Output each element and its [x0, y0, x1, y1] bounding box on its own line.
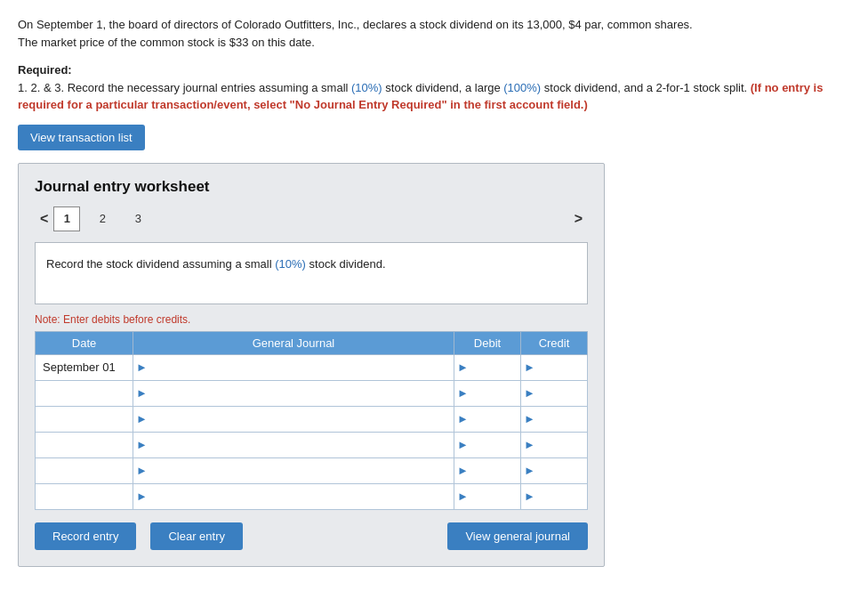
credit-input-2[interactable]	[538, 381, 587, 406]
credit-cell-4[interactable]: ►	[521, 432, 588, 457]
journal-input-5[interactable]	[150, 458, 454, 483]
journal-cell-6[interactable]: ►	[133, 483, 454, 509]
date-cell-1: September 01	[36, 354, 133, 380]
credit-input-1[interactable]	[538, 355, 587, 380]
tab-2[interactable]: 2	[89, 206, 116, 231]
credit-input-3[interactable]	[538, 407, 587, 432]
date-cell-2	[36, 380, 133, 406]
tab-1[interactable]: 1	[53, 206, 80, 231]
journal-table: Date General Journal Debit Credit Septem…	[35, 331, 588, 510]
header-general-journal: General Journal	[133, 331, 454, 354]
table-row: September 01 ► ► ►	[36, 354, 588, 380]
row4-arrow: ►	[133, 438, 150, 451]
problem-line2: The market price of the common stock is …	[18, 36, 315, 49]
tab-navigation: < 1 2 3 >	[35, 206, 588, 231]
credit-cell-1[interactable]: ►	[521, 354, 588, 380]
credit5-arrow: ►	[521, 464, 538, 477]
journal-input-4[interactable]	[150, 433, 454, 457]
instruction-text: Record the stock dividend assuming a sma…	[46, 257, 386, 271]
date-cell-5	[36, 457, 133, 483]
credit6-arrow: ►	[521, 490, 538, 503]
table-row: ► ► ►	[36, 483, 588, 509]
credit-cell-3[interactable]: ►	[521, 406, 588, 432]
button-row: Record entry Clear entry View general jo…	[35, 522, 588, 550]
row5-arrow: ►	[133, 464, 150, 477]
journal-cell-5[interactable]: ►	[133, 457, 454, 483]
debit-cell-2[interactable]: ►	[454, 380, 521, 406]
date-cell-4	[36, 432, 133, 457]
date-cell-3	[36, 406, 133, 432]
debit-input-6[interactable]	[471, 484, 520, 509]
header-date: Date	[36, 331, 133, 354]
credit2-arrow: ►	[521, 386, 538, 400]
row6-arrow: ►	[133, 490, 150, 503]
row2-arrow: ►	[133, 386, 150, 400]
problem-line1: On September 1, the board of directors o…	[18, 18, 693, 31]
table-row: ► ► ►	[36, 457, 588, 483]
date-cell-6	[36, 483, 133, 509]
credit-input-6[interactable]	[538, 484, 587, 509]
journal-entry-worksheet: Journal entry worksheet < 1 2 3 > Record…	[18, 163, 605, 567]
record-entry-button[interactable]: Record entry	[35, 522, 136, 550]
debit-input-4[interactable]	[471, 433, 520, 457]
note-text: Note: Enter debits before credits.	[35, 313, 588, 326]
required-section: Required: 1. 2. & 3. Record the necessar…	[18, 61, 850, 114]
journal-cell-1[interactable]: ►	[133, 354, 454, 380]
next-tab-button[interactable]: >	[569, 209, 588, 229]
table-row: ► ► ►	[36, 432, 588, 457]
credit3-arrow: ►	[521, 412, 538, 425]
debit-cell-6[interactable]: ►	[454, 483, 521, 509]
required-label: Required:	[18, 63, 72, 77]
debit-input-1[interactable]	[471, 355, 520, 380]
debit-cell-3[interactable]: ►	[454, 406, 521, 432]
journal-input-2[interactable]	[150, 381, 454, 406]
debit6-arrow: ►	[454, 490, 471, 503]
journal-input-3[interactable]	[150, 407, 454, 432]
debit-cell-1[interactable]: ►	[454, 354, 521, 380]
row1-arrow: ►	[133, 360, 150, 374]
journal-cell-4[interactable]: ►	[133, 432, 454, 457]
debit-cell-4[interactable]: ►	[454, 432, 521, 457]
table-row: ► ► ►	[36, 406, 588, 432]
debit-cell-5[interactable]: ►	[454, 457, 521, 483]
table-row: ► ► ►	[36, 380, 588, 406]
debit2-arrow: ►	[454, 386, 471, 400]
clear-entry-button[interactable]: Clear entry	[150, 522, 243, 550]
journal-cell-2[interactable]: ►	[133, 380, 454, 406]
journal-input-6[interactable]	[150, 484, 454, 509]
required-text: 1. 2. & 3. Record the necessary journal …	[18, 81, 823, 112]
credit-cell-2[interactable]: ►	[521, 380, 588, 406]
header-debit: Debit	[454, 331, 521, 354]
debit-input-3[interactable]	[471, 407, 520, 432]
credit-cell-5[interactable]: ►	[521, 457, 588, 483]
journal-input-1[interactable]	[150, 355, 454, 380]
credit4-arrow: ►	[521, 438, 538, 451]
debit-input-2[interactable]	[471, 381, 520, 406]
debit3-arrow: ►	[454, 412, 471, 425]
worksheet-title: Journal entry worksheet	[35, 178, 588, 196]
row3-arrow: ►	[133, 412, 150, 425]
debit4-arrow: ►	[454, 438, 471, 451]
credit-input-5[interactable]	[538, 458, 587, 483]
credit-input-4[interactable]	[538, 433, 587, 457]
tab-3[interactable]: 3	[125, 206, 151, 231]
view-general-journal-button[interactable]: View general journal	[447, 522, 588, 550]
problem-text: On September 1, the board of directors o…	[18, 16, 850, 51]
journal-cell-3[interactable]: ►	[133, 406, 454, 432]
instruction-box: Record the stock dividend assuming a sma…	[35, 242, 588, 304]
view-transaction-button[interactable]: View transaction list	[18, 125, 145, 150]
header-credit: Credit	[521, 331, 588, 354]
credit1-arrow: ►	[521, 360, 538, 374]
prev-tab-button[interactable]: <	[35, 209, 53, 229]
debit1-arrow: ►	[454, 360, 471, 374]
debit-input-5[interactable]	[471, 458, 520, 483]
credit-cell-6[interactable]: ►	[521, 483, 588, 509]
debit5-arrow: ►	[454, 464, 471, 477]
